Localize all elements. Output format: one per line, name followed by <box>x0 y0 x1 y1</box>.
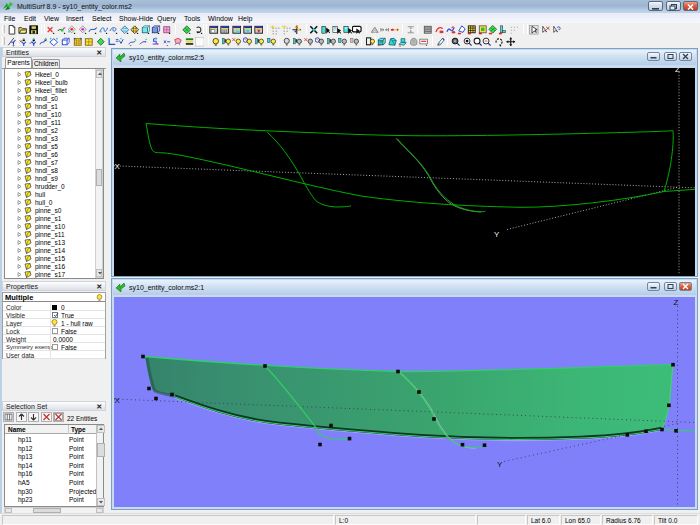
svg-text:Y: Y <box>494 230 500 239</box>
svg-text:Z: Z <box>674 298 679 307</box>
svg-text:X: X <box>115 396 121 405</box>
svg-text:Z: Z <box>675 68 680 74</box>
svg-text:Y: Y <box>497 460 503 469</box>
svg-text:X: X <box>115 162 121 171</box>
